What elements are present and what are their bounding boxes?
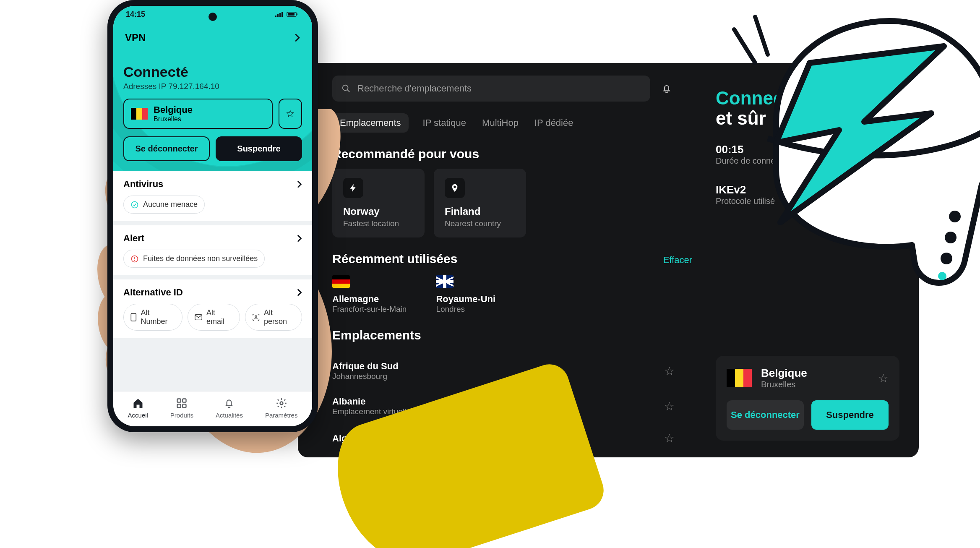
reco-item-nearest[interactable]: Finland Nearest country xyxy=(434,169,526,237)
helmet-illustration xyxy=(717,13,980,306)
bell-icon xyxy=(661,83,672,94)
svg-rect-15 xyxy=(183,404,186,407)
tab-multihop[interactable]: MultiHop xyxy=(480,113,520,133)
grid-icon xyxy=(176,397,188,409)
gear-icon xyxy=(276,397,287,409)
svg-rect-4 xyxy=(297,13,297,15)
person-scan-icon xyxy=(252,313,260,321)
antivirus-card[interactable]: Antivirus Aucune menace xyxy=(113,171,312,225)
chevron-right-icon xyxy=(297,289,302,296)
tab-ip-dediee[interactable]: IP dédiée xyxy=(533,113,575,133)
nav-home[interactable]: Accueil xyxy=(128,397,148,419)
disconnect-button[interactable]: Se déconnecter xyxy=(123,136,210,161)
star-icon[interactable]: ☆ xyxy=(664,431,675,445)
flag-uk-icon xyxy=(436,275,454,288)
svg-rect-3 xyxy=(288,13,295,16)
reco-sub: Nearest country xyxy=(445,219,515,228)
flag-belgium-icon xyxy=(131,108,148,120)
favorite-button[interactable]: ☆ xyxy=(279,99,302,129)
svg-point-25 xyxy=(941,253,952,264)
svg-line-28 xyxy=(755,17,768,55)
nav-products[interactable]: Produits xyxy=(170,397,193,419)
chevron-right-icon xyxy=(297,180,302,188)
home-icon xyxy=(132,397,144,409)
chevron-right-icon xyxy=(295,34,300,42)
chevron-right-icon xyxy=(297,235,302,242)
clock: 14:15 xyxy=(126,10,145,19)
svg-line-1 xyxy=(347,90,350,92)
search-placeholder: Recherche d'emplacements xyxy=(357,83,472,94)
svg-rect-13 xyxy=(183,399,186,402)
altid-pill[interactable]: Alt Number xyxy=(123,304,182,331)
suspend-button[interactable]: Suspendre xyxy=(811,400,889,430)
altid-pill[interactable]: Alt person xyxy=(245,304,302,331)
status-pill: Fuites de données non surveillées xyxy=(123,250,265,268)
svg-point-23 xyxy=(949,211,961,222)
svg-rect-9 xyxy=(131,313,136,321)
svg-point-8 xyxy=(134,260,135,261)
svg-rect-12 xyxy=(177,399,181,402)
bottom-nav: Accueil Produits Actualités Paramètres xyxy=(113,391,312,426)
flag-belgium-icon xyxy=(727,369,752,387)
status-pill: Aucune menace xyxy=(123,196,205,214)
svg-point-5 xyxy=(132,201,138,208)
svg-line-27 xyxy=(734,29,755,63)
phone-icon xyxy=(130,313,137,321)
camera-notch xyxy=(209,13,217,21)
clear-recent-link[interactable]: Effacer xyxy=(663,255,692,266)
star-icon[interactable]: ☆ xyxy=(664,399,675,413)
star-icon[interactable]: ☆ xyxy=(664,364,675,378)
server-selector[interactable]: Belgique Bruxelles xyxy=(123,99,273,129)
svg-point-24 xyxy=(945,232,957,243)
pin-icon xyxy=(450,183,459,193)
svg-point-16 xyxy=(280,402,283,405)
disconnect-button[interactable]: Se déconnecter xyxy=(727,400,804,430)
svg-point-11 xyxy=(255,316,257,317)
alert-card[interactable]: Alert Fuites de données non surveillées xyxy=(113,225,312,279)
phone-device: 14:15 VPN Connecté Adresses IP 79.127.16… xyxy=(107,0,318,432)
nav-settings[interactable]: Paramètres xyxy=(265,397,298,419)
svg-point-0 xyxy=(343,85,348,91)
search-icon xyxy=(341,84,351,93)
alert-circle-icon xyxy=(130,255,139,263)
altid-card[interactable]: Alternative ID Alt Number Alt email xyxy=(113,279,312,338)
mail-icon xyxy=(195,314,202,321)
check-circle-icon xyxy=(130,201,139,209)
bell-icon xyxy=(223,397,235,409)
svg-rect-14 xyxy=(177,404,181,407)
hero-section: VPN Connecté Adresses IP 79.127.164.10 B… xyxy=(113,23,312,171)
altid-pill[interactable]: Alt email xyxy=(188,304,240,331)
tab-ip-statique[interactable]: IP statique xyxy=(421,113,468,133)
app-selector[interactable]: VPN xyxy=(123,28,302,64)
star-icon[interactable]: ☆ xyxy=(878,371,889,385)
notifications-button[interactable] xyxy=(658,80,675,97)
reco-title: Finland xyxy=(445,206,515,217)
search-input[interactable]: Recherche d'emplacements xyxy=(332,76,650,102)
suspend-button[interactable]: Suspendre xyxy=(216,136,302,161)
recent-item[interactable]: Royaume-Uni Londres xyxy=(436,275,495,314)
ip-address: Adresses IP 79.127.164.10 xyxy=(123,82,302,91)
svg-point-26 xyxy=(938,272,946,280)
connection-status: Connecté xyxy=(123,64,302,80)
nav-news[interactable]: Actualités xyxy=(216,397,243,419)
connection-card: Belgique Bruxelles ☆ Se déconnecter Susp… xyxy=(716,356,899,441)
status-icons xyxy=(274,11,300,17)
